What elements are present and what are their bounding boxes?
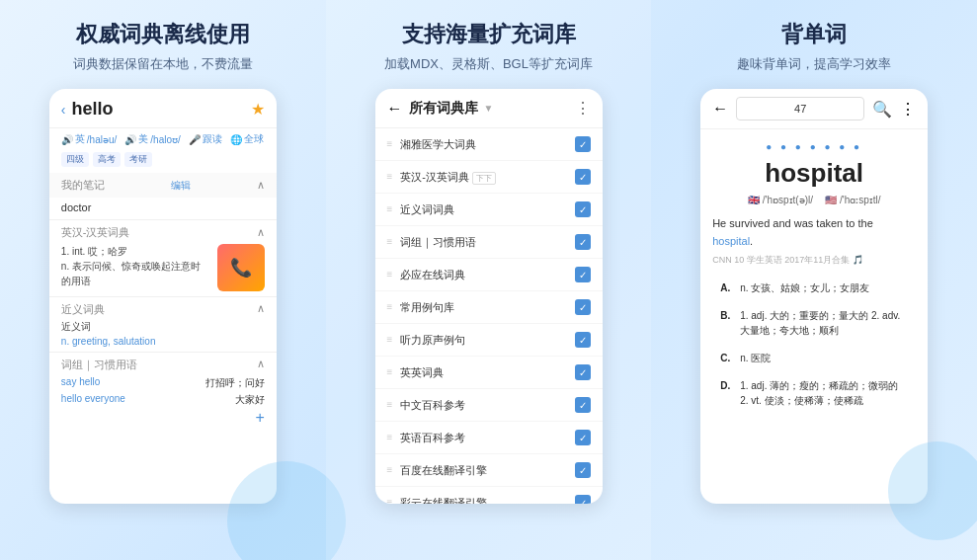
us-ipa: /haloʊ/	[150, 134, 180, 145]
star-icon[interactable]: ★	[251, 100, 265, 119]
checkbox-11[interactable]: ✓	[575, 495, 591, 504]
edit-button[interactable]: 编辑	[171, 179, 191, 193]
dict-header-left: ‹ hello	[61, 99, 114, 120]
speaker-icon-us[interactable]: 🔊	[124, 134, 136, 145]
option-b[interactable]: B. 1. adj. 大的；重要的；量大的 2. adv. 大量地；夸大地；顺利	[712, 304, 916, 342]
checkbox-10[interactable]: ✓	[575, 462, 591, 478]
vocab-back-icon[interactable]: ←	[712, 100, 728, 118]
vocab-phonetic-en: 🇬🇧 /'hɒspɪt(ə)l/	[748, 195, 813, 205]
col1-title: 权威词典离线使用	[76, 20, 250, 49]
option-c[interactable]: C. n. 医院	[712, 347, 916, 369]
collapse-icon-4[interactable]: ∧	[257, 358, 265, 372]
checkbox-0[interactable]: ✓	[575, 136, 591, 152]
drag-icon: ≡	[387, 302, 393, 312]
list-item: ≡ 必应在线词典 ✓	[375, 259, 603, 291]
tag-gaokao: 高考	[93, 152, 121, 167]
phone-mockup-2: ← 所有词典库 ▼ ⋮ ≡ 湘雅医学大词典 ✓ ≡ 英汉-汉英词典下下 ✓	[375, 89, 603, 504]
option-a[interactable]: A. n. 女孩、姑娘；女儿；女朋友	[712, 277, 916, 299]
vocab-options: A. n. 女孩、姑娘；女儿；女朋友 B. 1. adj. 大的；重要的；量大的…	[712, 277, 916, 412]
list-item: ≡ 英英词典 ✓	[375, 357, 603, 389]
collapse-icon-3[interactable]: ∧	[257, 302, 265, 317]
more-icon[interactable]: ⋮	[900, 100, 916, 119]
option-c-label: C.	[720, 351, 734, 365]
synonym-type: 近义词	[61, 320, 265, 334]
lib-more-icon[interactable]: ⋮	[575, 99, 591, 118]
option-c-text: n. 医院	[740, 351, 771, 365]
add-phrase-button[interactable]: +	[255, 410, 264, 426]
synonym-section: 近义词典 ∧ 近义词 n. greeting, salutation	[49, 297, 277, 353]
dict-word: hello	[72, 99, 114, 120]
lib-chevron-icon[interactable]: ▼	[484, 103, 494, 114]
dict-phonetics: 🔊 英 /haləu/ 🔊 美 /haloʊ/ 🎤 跟读 🌐 全球	[49, 128, 277, 150]
en-flag-icon: 🇬🇧	[748, 195, 760, 205]
tag-kaoyan: 考研	[124, 152, 152, 167]
back-icon[interactable]: ‹	[61, 102, 66, 118]
phone-mockup-1: ‹ hello ★ 🔊 英 /haləu/ 🔊 美 /haloʊ/	[49, 89, 277, 504]
dict1-title: 英汉-汉英词典	[61, 225, 130, 240]
main-content: 权威词典离线使用 词典数据保留在本地，不费流量 ‹ hello ★ 🔊 英 /h…	[0, 0, 977, 560]
en-zh-dict-section: 英汉-汉英词典 ∧ 1. int. 哎；哈罗 n. 表示问候、惊奇或唤起注意时的…	[49, 220, 277, 297]
dict-header: ‹ hello ★	[49, 89, 277, 128]
phrase-item-2-wrap: hello everyone 大家好 +	[61, 393, 265, 407]
checkbox-8[interactable]: ✓	[575, 397, 591, 413]
collapse-icon[interactable]: ∧	[257, 179, 265, 192]
checkbox-1[interactable]: ✓	[575, 169, 591, 185]
phrase-item-2: hello everyone 大家好	[61, 393, 265, 407]
phrase-item-1: say hello 打招呼；问好	[61, 376, 265, 390]
dict-def-text: 1. int. 哎；哈罗 n. 表示问候、惊奇或唤起注意时的用语	[61, 244, 209, 288]
notes-title: 我的笔记	[61, 178, 105, 193]
lib-name: 英汉-汉英词典下下	[400, 170, 566, 185]
follow-read[interactable]: 🎤 跟读	[189, 132, 222, 146]
speaker-icon[interactable]: 🔊	[61, 134, 73, 145]
phone-mockup-3: ← 47 🔍 ⋮ ● ● ● ● ● ● ● hospital 🇬🇧 /'hɒs…	[700, 89, 928, 504]
drag-icon: ≡	[387, 172, 393, 182]
lib-name: 听力原声例句	[400, 333, 566, 348]
phrase2-cn: 大家好	[235, 393, 265, 407]
lib-name: 湘雅医学大词典	[400, 137, 566, 152]
option-d[interactable]: D. 1. adj. 薄的；瘦的；稀疏的；微弱的 2. vt. 使淡；使稀薄；使…	[712, 374, 916, 412]
vocab-body: ● ● ● ● ● ● ● hospital 🇬🇧 /'hɒspɪt(ə)l/ …	[700, 129, 928, 504]
vocab-word: hospital	[712, 158, 916, 189]
vocab-progress-bar: 47	[736, 97, 864, 120]
checkbox-6[interactable]: ✓	[575, 332, 591, 348]
checkbox-7[interactable]: ✓	[575, 364, 591, 380]
checkbox-5[interactable]: ✓	[575, 299, 591, 315]
lib-name: 彩云在线翻译引擎	[400, 496, 566, 505]
lib-name: 英英词典	[400, 365, 566, 380]
list-item: ≡ 英语百科参考 ✓	[375, 422, 603, 454]
notes-section-header: 我的笔记 编辑 ∧	[49, 173, 277, 198]
globe-icon: 🌐	[230, 134, 242, 145]
column-vocabulary: 背单词 趣味背单词，提高学习效率 ← 47 🔍 ⋮ ● ● ● ● ● ● ● …	[651, 0, 977, 560]
global-icon-item[interactable]: 🌐 全球	[230, 132, 264, 146]
progress-number: 47	[794, 103, 806, 115]
notes-section: 我的笔记 编辑 ∧ doctor	[49, 173, 277, 220]
lib-back-icon[interactable]: ←	[387, 100, 403, 118]
drag-icon: ≡	[387, 237, 393, 247]
option-d-text: 1. adj. 薄的；瘦的；稀疏的；微弱的 2. vt. 使淡；使稀薄；使稀疏	[740, 378, 908, 408]
synonym-label: 近义词典	[61, 302, 105, 317]
en-ipa: /haləu/	[87, 134, 117, 145]
dict-def-title: 英汉-汉英词典 ∧	[61, 225, 265, 240]
search-icon[interactable]: 🔍	[872, 100, 892, 119]
lib-name: 词组｜习惯用语	[400, 235, 566, 250]
col2-title: 支持海量扩充词库	[402, 20, 576, 49]
list-item: ≡ 常用例句库 ✓	[375, 291, 603, 324]
vocab-header: ← 47 🔍 ⋮	[700, 89, 928, 129]
en-flag: 英	[75, 132, 85, 146]
col2-subtitle: 加载MDX、灵格斯、BGL等扩充词库	[384, 55, 593, 73]
dict-image: 📞	[217, 244, 265, 291]
vocab-phonetic-us: 🇺🇸 /'hɑːspɪtl/	[825, 195, 881, 205]
option-b-text: 1. adj. 大的；重要的；量大的 2. adv. 大量地；夸大地；顺利	[740, 308, 908, 338]
checkbox-9[interactable]: ✓	[575, 430, 591, 445]
checkbox-2[interactable]: ✓	[575, 201, 591, 217]
checkbox-3[interactable]: ✓	[575, 234, 591, 250]
drag-icon: ≡	[387, 367, 393, 377]
column-library: 支持海量扩充词库 加载MDX、灵格斯、BGL等扩充词库 ← 所有词典库 ▼ ⋮ …	[326, 0, 652, 560]
lib-name: 常用例句库	[400, 300, 566, 315]
drag-icon: ≡	[387, 400, 393, 410]
collapse-icon-2[interactable]: ∧	[257, 226, 265, 239]
col3-subtitle: 趣味背单词，提高学习效率	[737, 55, 891, 73]
lib-name: 近义词词典	[400, 202, 566, 217]
checkbox-4[interactable]: ✓	[575, 267, 591, 282]
lib-name: 英语百科参考	[400, 431, 566, 445]
